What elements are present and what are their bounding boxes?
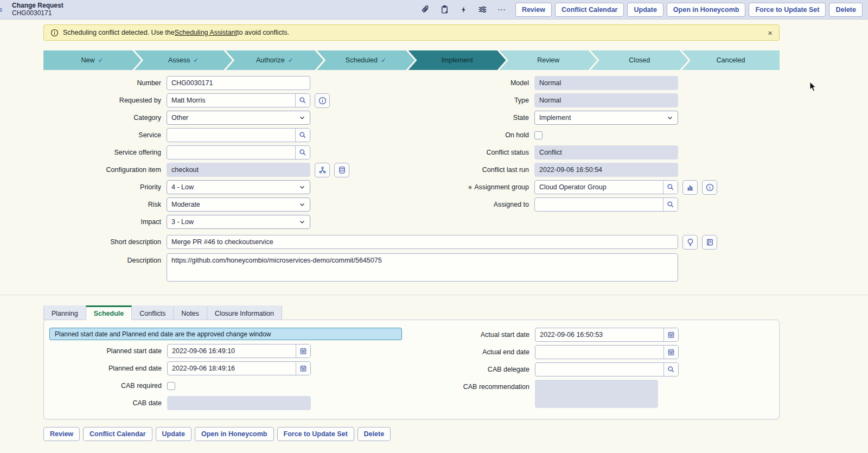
cmdb-database-icon[interactable] bbox=[334, 163, 349, 177]
cab-delegate-search-icon[interactable] bbox=[663, 363, 678, 376]
planned-end-calendar-icon[interactable] bbox=[296, 362, 310, 375]
record-title: Change Request CHG0030171 bbox=[12, 2, 63, 17]
stage-closed[interactable]: Closed bbox=[591, 50, 688, 70]
field-cab-delegate: CAB delegate bbox=[412, 362, 748, 377]
banner-close-icon[interactable]: × bbox=[768, 29, 773, 37]
check-icon: ✓ bbox=[381, 56, 386, 64]
assignment-group-input[interactable] bbox=[535, 181, 663, 194]
planned-start-date-input[interactable] bbox=[168, 344, 296, 358]
stage-canceled[interactable]: Canceled bbox=[682, 50, 780, 70]
field-cab-date: CAB date bbox=[44, 396, 380, 410]
stage-assess[interactable]: Assess✓ bbox=[135, 50, 232, 70]
field-short-description: Short description bbox=[43, 235, 868, 250]
scheduling-assistant-link[interactable]: Scheduling Assistant bbox=[175, 29, 237, 36]
more-options-icon[interactable]: ⋯ bbox=[497, 5, 507, 15]
category-select[interactable]: Other bbox=[167, 111, 310, 125]
number-input[interactable] bbox=[167, 76, 310, 90]
open-in-honeycomb-button[interactable]: Open in Honeycomb bbox=[667, 3, 746, 17]
banner-text-prefix: Scheduling conflict detected. Use the bbox=[63, 29, 175, 36]
tab-planning[interactable]: Planning bbox=[43, 305, 86, 320]
review-button-footer[interactable]: Review bbox=[43, 427, 80, 441]
actual-end-calendar-icon[interactable] bbox=[663, 346, 678, 359]
dependency-map-icon[interactable] bbox=[315, 163, 330, 177]
schedule-tab-panel: Planned start date and Planned end date … bbox=[43, 320, 780, 419]
menu-icon[interactable]: ≡ bbox=[0, 5, 5, 14]
suggestion-lightbulb-icon[interactable] bbox=[682, 235, 698, 250]
stage-new[interactable]: New✓ bbox=[43, 50, 141, 70]
requested-by-preview-icon[interactable] bbox=[315, 93, 330, 108]
field-cab-required: CAB required bbox=[44, 379, 380, 393]
requested-by-search-icon[interactable] bbox=[295, 94, 310, 107]
update-button[interactable]: Update bbox=[627, 3, 663, 17]
force-to-update-set-button[interactable]: Force to Update Set bbox=[749, 3, 826, 17]
service-input[interactable] bbox=[167, 129, 295, 142]
actual-end-date-input[interactable] bbox=[535, 346, 663, 359]
description-textarea[interactable]: https://github.com/honeycombio/microserv… bbox=[167, 253, 678, 282]
force-to-update-set-button-footer[interactable]: Force to Update Set bbox=[277, 427, 354, 441]
actual-end-date-label: Actual end date bbox=[412, 348, 535, 356]
review-button[interactable]: Review bbox=[515, 3, 552, 17]
field-type: Type Normal bbox=[411, 93, 748, 107]
group-workload-chart-icon[interactable] bbox=[682, 180, 698, 195]
assignment-group-search-icon[interactable] bbox=[663, 181, 678, 194]
priority-select[interactable]: 4 - Low bbox=[167, 180, 310, 194]
planned-end-date-input[interactable] bbox=[168, 362, 296, 375]
stage-authorize[interactable]: Authorize✓ bbox=[226, 50, 323, 70]
cab-required-checkbox[interactable] bbox=[167, 382, 175, 390]
conflict-calendar-button-footer[interactable]: Conflict Calendar bbox=[83, 427, 152, 441]
tab-closure-information[interactable]: Closure Information bbox=[207, 305, 282, 320]
risk-select[interactable]: Moderate bbox=[167, 197, 310, 212]
on-hold-checkbox[interactable] bbox=[534, 131, 542, 139]
assigned-to-search-icon[interactable] bbox=[663, 198, 678, 211]
activity-stream-icon[interactable] bbox=[440, 5, 450, 15]
service-offering-search-icon[interactable] bbox=[295, 146, 310, 159]
cab-date-value bbox=[167, 396, 311, 410]
planned-end-date-label: Planned end date bbox=[44, 365, 167, 372]
record-tabs: Planning Schedule Conflicts Notes Closur… bbox=[43, 305, 282, 320]
stage-implement[interactable]: Implement bbox=[409, 50, 506, 70]
service-offering-input[interactable] bbox=[167, 146, 295, 159]
conflict-status-label: Conflict status bbox=[411, 149, 534, 156]
delete-button-footer[interactable]: Delete bbox=[358, 427, 391, 441]
actual-start-date-input[interactable] bbox=[535, 328, 663, 341]
configuration-item-value: checkout bbox=[167, 163, 310, 177]
model-value: Normal bbox=[534, 76, 678, 90]
planned-start-calendar-icon[interactable] bbox=[296, 344, 310, 358]
field-conflict-status: Conflict status Conflict bbox=[411, 145, 748, 159]
cab-delegate-input[interactable] bbox=[535, 363, 663, 376]
requested-by-input[interactable] bbox=[167, 94, 295, 107]
knowledge-search-icon[interactable] bbox=[702, 235, 717, 250]
open-in-honeycomb-button-footer[interactable]: Open in Honeycomb bbox=[195, 427, 274, 441]
number-label: Number bbox=[43, 79, 167, 87]
stage-scheduled[interactable]: Scheduled✓ bbox=[317, 50, 414, 70]
chevron-down-icon bbox=[667, 114, 673, 121]
field-cab-recommendation: CAB recommendation bbox=[412, 380, 748, 408]
field-planned-start-date: Planned start date bbox=[44, 344, 380, 358]
page-title: Change Request bbox=[12, 2, 63, 10]
field-state: State Implement bbox=[411, 111, 748, 125]
chevron-down-icon bbox=[299, 114, 305, 121]
field-configuration-item: Configuration item checkout bbox=[43, 163, 380, 177]
actual-start-calendar-icon[interactable] bbox=[663, 328, 678, 341]
requested-by-label: Requested by bbox=[43, 97, 167, 104]
service-search-icon[interactable] bbox=[295, 129, 310, 142]
delete-button[interactable]: Delete bbox=[829, 3, 863, 17]
short-description-input[interactable] bbox=[167, 235, 678, 249]
personalize-form-icon[interactable] bbox=[478, 5, 488, 15]
tab-notes[interactable]: Notes bbox=[173, 305, 207, 320]
impact-select[interactable]: 3 - Low bbox=[167, 215, 310, 229]
assigned-to-input[interactable] bbox=[535, 198, 663, 211]
follow-icon[interactable] bbox=[459, 5, 469, 15]
attachment-icon[interactable] bbox=[421, 5, 431, 15]
change-stage-flow: New✓ Assess✓ Authorize✓ Scheduled✓ Imple… bbox=[43, 50, 780, 70]
change-request-page: ≡ Change Request CHG0030171 ⋯ Review Con… bbox=[0, 0, 868, 453]
conflict-last-run-label: Conflict last run bbox=[411, 166, 534, 174]
update-button-footer[interactable]: Update bbox=[156, 427, 192, 441]
assignment-group-preview-icon[interactable] bbox=[702, 180, 717, 195]
tab-conflicts[interactable]: Conflicts bbox=[131, 305, 174, 320]
stage-review[interactable]: Review bbox=[500, 50, 597, 70]
change-window-message: Planned start date and Planned end date … bbox=[49, 328, 402, 340]
tab-schedule[interactable]: Schedule bbox=[86, 305, 132, 320]
conflict-calendar-button[interactable]: Conflict Calendar bbox=[555, 3, 624, 17]
state-select[interactable]: Implement bbox=[534, 111, 678, 125]
